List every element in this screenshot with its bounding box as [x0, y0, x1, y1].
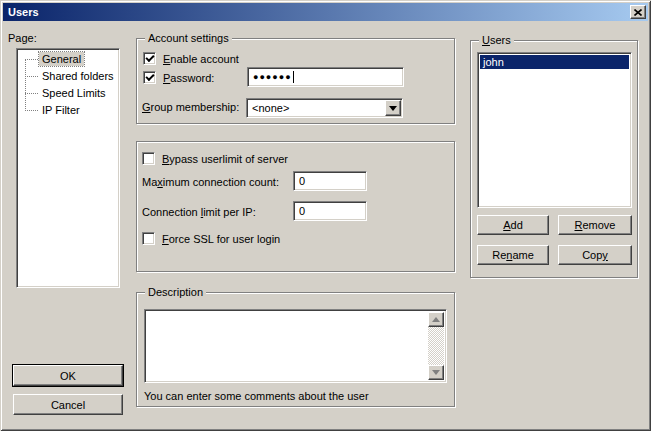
- tree-connector-line: [25, 59, 26, 111]
- ok-button[interactable]: OK: [13, 365, 123, 386]
- page-label: Page:: [8, 32, 37, 45]
- close-button[interactable]: [630, 5, 646, 19]
- cancel-button[interactable]: Cancel: [13, 394, 123, 415]
- users-group-title: Users: [479, 34, 514, 47]
- group-membership-select[interactable]: <none>: [246, 98, 403, 118]
- group-membership-value: <none>: [252, 102, 289, 114]
- connection-limit-per-ip-label: Connection limit per IP:: [142, 206, 256, 219]
- description-hint: You can enter some comments about the us…: [144, 390, 369, 403]
- tree-item-shared-folders[interactable]: Shared folders: [39, 69, 117, 83]
- list-item-john[interactable]: john: [480, 55, 629, 69]
- max-connection-count-label: Maximum connection count:: [142, 176, 279, 189]
- password-checkbox[interactable]: [143, 71, 156, 84]
- window-title: Users: [8, 6, 39, 18]
- force-ssl-checkbox[interactable]: [142, 232, 155, 245]
- max-connection-count-value: 0: [299, 175, 305, 187]
- tree-connector-line: [25, 93, 38, 94]
- bypass-userlimit-label: Bypass userlimit of server: [162, 153, 288, 166]
- description-scrollbar[interactable]: [428, 312, 444, 380]
- connection-limit-per-ip-value: 0: [299, 205, 305, 217]
- tree-item-speed-limits[interactable]: Speed Limits: [39, 86, 109, 100]
- password-label: Password:: [163, 72, 214, 85]
- add-button[interactable]: Add: [477, 215, 549, 235]
- remove-button[interactable]: Remove: [558, 215, 632, 235]
- max-connection-count-input[interactable]: 0: [293, 171, 367, 191]
- rename-button[interactable]: Rename: [477, 245, 549, 265]
- description-title: Description: [145, 286, 206, 299]
- password-value: ●●●●●●: [253, 72, 292, 82]
- users-dialog: Users Page: General Shared folders Speed…: [0, 0, 651, 431]
- account-settings-title: Account settings: [145, 32, 232, 45]
- title-bar[interactable]: Users: [3, 3, 648, 21]
- arrow-up-icon: [432, 317, 440, 322]
- chevron-down-icon: [389, 106, 397, 111]
- tree-connector-line: [25, 59, 38, 60]
- arrow-down-icon: [432, 370, 440, 375]
- text-caret: [293, 71, 294, 83]
- connection-limit-per-ip-input[interactable]: 0: [293, 201, 367, 221]
- force-ssl-label: Force SSL for user login: [162, 233, 280, 246]
- tree-connector-line: [25, 76, 38, 77]
- tree-item-ip-filter[interactable]: IP Filter: [39, 103, 83, 117]
- scroll-up-button[interactable]: [428, 312, 444, 327]
- tree-item-general[interactable]: General: [39, 52, 84, 66]
- enable-account-label: Enable account: [163, 53, 239, 66]
- users-list[interactable]: john: [477, 52, 632, 208]
- enable-account-checkbox[interactable]: [143, 52, 156, 65]
- close-icon: [634, 9, 642, 16]
- group-membership-label: Group membership:: [142, 101, 239, 114]
- combo-dropdown-button[interactable]: [385, 100, 401, 116]
- scroll-down-button[interactable]: [428, 365, 444, 380]
- password-input[interactable]: ●●●●●●: [247, 67, 404, 87]
- description-textarea[interactable]: [144, 309, 447, 383]
- page-tree: General Shared folders Speed Limits IP F…: [16, 48, 120, 288]
- copy-button[interactable]: Copy: [558, 245, 632, 265]
- bypass-userlimit-checkbox[interactable]: [142, 152, 155, 165]
- tree-connector-line: [25, 110, 38, 111]
